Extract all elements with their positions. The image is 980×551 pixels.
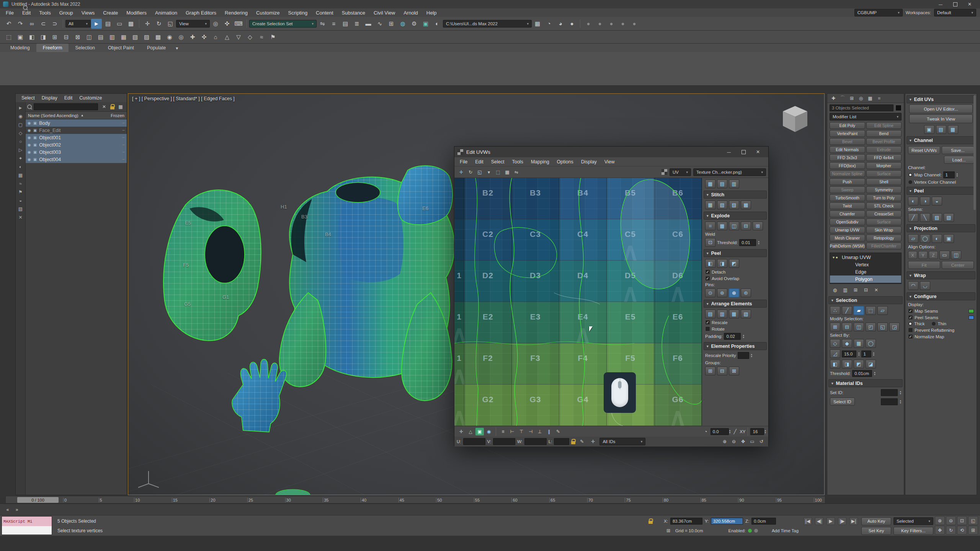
u-field[interactable] xyxy=(463,438,485,445)
uv-zoom-icon[interactable]: ▭ xyxy=(748,438,756,445)
stitch-tool-icon[interactable]: ▦ xyxy=(705,201,715,209)
snap-icon[interactable]: ✛ xyxy=(589,438,597,445)
stack-row-icon[interactable]: ▾ ● xyxy=(833,255,840,259)
menu-item[interactable]: Views xyxy=(77,8,99,17)
toolbar-icon[interactable]: ▤ xyxy=(340,19,351,29)
toolbar-dot-icon[interactable]: ● xyxy=(629,19,640,29)
modifier-button[interactable]: Turn to Poly xyxy=(866,194,902,201)
selection-set-dropdown[interactable]: Selected xyxy=(893,517,933,525)
dialog-menu-item[interactable]: Options xyxy=(553,157,577,166)
toolbar-icon[interactable]: ◕ xyxy=(555,19,566,29)
open-uv-editor-button[interactable]: Open UV Editor... xyxy=(909,104,973,113)
menu-item[interactable]: Content xyxy=(312,8,338,17)
texture-list-dropdown[interactable]: Texture Ch...ecker.png) xyxy=(693,168,766,176)
viewport-nav-icon[interactable]: ⊡ xyxy=(957,516,967,525)
modifier-button[interactable]: Edit Poly xyxy=(830,122,865,129)
uv-quick-icon[interactable]: ▦ xyxy=(705,179,715,188)
uv-align-icon[interactable]: ⊢ xyxy=(508,428,516,435)
element-properties-rollout-header[interactable]: Element Properties xyxy=(704,342,767,350)
modifier-button[interactable]: Bend xyxy=(866,130,902,137)
toolbar-icon[interactable]: ▨ xyxy=(141,32,152,42)
uv-quick-transform-icon[interactable]: ▣ xyxy=(924,125,934,134)
mesh-glove[interactable] xyxy=(232,359,286,432)
toolbar-icon[interactable]: ↻ xyxy=(154,19,164,29)
modifier-button[interactable]: PathDeform (WSM) xyxy=(830,243,865,249)
visibility-icon[interactable]: ◉ xyxy=(28,121,31,125)
select-id-spinner[interactable] xyxy=(900,399,901,404)
group-tool-icon[interactable]: ⊠ xyxy=(729,367,739,375)
project-path-dropdown[interactable]: C:\Users\UI...ds Max 2022 xyxy=(443,20,532,28)
modifier-button[interactable]: Bevel Profile xyxy=(866,138,902,145)
uv-channel-dropdown[interactable]: UV xyxy=(670,168,691,176)
peel-seams-color-swatch[interactable] xyxy=(969,316,974,320)
toolbar-icon[interactable]: ▧ xyxy=(130,32,140,42)
uv-zoom-icon[interactable]: ✥ xyxy=(739,438,747,445)
map-channel-field[interactable]: 1 xyxy=(943,171,955,178)
toolbar-icon[interactable]: ⊟ xyxy=(61,32,72,42)
playback-button[interactable]: ▶| xyxy=(849,517,858,525)
time-slider-thumb[interactable]: 0 / 100 xyxy=(17,497,59,503)
wrap-tool-icon[interactable]: ◠ xyxy=(908,281,918,290)
toolbar-icon[interactable]: ▩ xyxy=(126,19,136,29)
menu-item[interactable]: Scripting xyxy=(284,8,312,17)
frozen-toggle[interactable]: − xyxy=(122,135,125,140)
clear-search-icon[interactable]: ✕ xyxy=(100,103,108,111)
toolbar-icon[interactable]: ◍ xyxy=(397,19,408,29)
select-by-icon[interactable]: ▦ xyxy=(854,339,864,348)
menu-item[interactable]: Rendering xyxy=(220,8,252,17)
paint-select-icon[interactable]: ✎ xyxy=(578,438,586,445)
key-filters-button[interactable]: Key Filters... xyxy=(893,527,933,535)
threshold-spinner[interactable] xyxy=(758,240,760,245)
viewport-nav-icon[interactable]: ✥ xyxy=(935,526,945,535)
channel-rollout-header[interactable]: Channel xyxy=(906,136,975,144)
wrap-tool-icon[interactable]: ◡ xyxy=(920,281,930,290)
explorer-filter-icon[interactable]: ▷ xyxy=(16,146,25,154)
toolbar-dot-icon[interactable]: ● xyxy=(606,19,617,29)
modifier-button[interactable]: STL Check xyxy=(866,202,902,209)
uv-tool-icon[interactable]: ▦ xyxy=(503,168,511,176)
toolbar-icon[interactable]: △ xyxy=(222,32,232,42)
dialog-menu-item[interactable]: View xyxy=(601,157,619,166)
explode-tool-icon[interactable]: ⊟ xyxy=(741,222,751,230)
ribbon-tab[interactable]: Modeling xyxy=(4,44,36,52)
x-coordinate-field[interactable]: 83.367cm xyxy=(670,518,702,525)
command-tab-icon[interactable]: ▦ xyxy=(866,95,874,102)
explorer-filter-icon[interactable]: ► xyxy=(16,104,25,112)
selection-extra-icon[interactable]: ◪ xyxy=(866,360,876,368)
uv-tool-icon[interactable]: ◱ xyxy=(475,168,484,176)
projection-mode-icon[interactable]: ◯ xyxy=(920,234,930,243)
selection-filter-dropdown[interactable]: All xyxy=(65,20,91,28)
menu-item[interactable]: Group xyxy=(55,8,77,17)
angle-spinner[interactable] xyxy=(729,429,731,434)
planar-angle-icon[interactable]: ◿ xyxy=(830,349,840,358)
stack-tool-icon[interactable]: ⊟ xyxy=(862,286,870,294)
toolbar-icon[interactable]: ∿ xyxy=(374,19,385,29)
lock-selection-icon[interactable] xyxy=(571,441,575,444)
dialog-menu-item[interactable]: Display xyxy=(577,157,601,166)
close-button[interactable]: ✕ xyxy=(962,0,977,8)
modifier-button[interactable]: FFD 3x3x3 xyxy=(830,154,865,161)
seam-tool-icon[interactable]: ╲ xyxy=(920,213,930,222)
toolbar-icon[interactable]: ⌨ xyxy=(233,19,244,29)
toolbar-icon[interactable]: ◧ xyxy=(26,32,37,42)
uv-align-icon[interactable]: ⊤ xyxy=(517,428,526,435)
matid-select-spinner[interactable] xyxy=(873,352,875,356)
scene-object-row[interactable]: ◉ ▣ Body − xyxy=(26,119,127,127)
stitch-tool-icon[interactable]: ▨ xyxy=(729,201,739,209)
auto-key-button[interactable]: Auto Key xyxy=(861,517,891,525)
toolbar-icon[interactable]: ⇋ xyxy=(317,19,328,29)
z-coordinate-field[interactable]: 0.0cm xyxy=(751,518,776,525)
rescale-priority-spinner[interactable] xyxy=(751,353,753,358)
playback-button[interactable]: ◀| xyxy=(815,517,823,525)
weld-threshold-field[interactable]: 0.01 xyxy=(739,239,756,246)
grid-toggle-icon[interactable]: ⊞ xyxy=(664,527,673,535)
subobject-mode-icon[interactable]: ∴ xyxy=(830,306,840,315)
mesh-vest[interactable] xyxy=(163,190,261,341)
toolbar-icon[interactable]: ⌂ xyxy=(210,32,221,42)
lock-icon[interactable] xyxy=(110,106,114,109)
toolbar-icon[interactable]: ≣ xyxy=(351,19,362,29)
peel-tool-icon[interactable]: ◧ xyxy=(705,259,715,268)
dialog-menu-item[interactable]: Mapping xyxy=(527,157,553,166)
toolbar-icon[interactable]: ◎ xyxy=(176,32,186,42)
explorer-settings-icon[interactable]: ▦ xyxy=(116,103,125,111)
